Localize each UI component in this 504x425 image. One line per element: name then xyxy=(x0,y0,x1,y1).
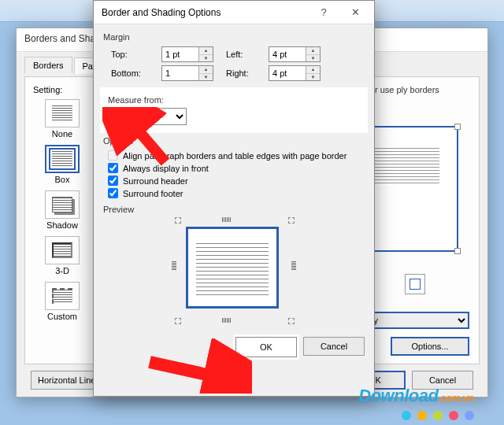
front-dialog-title: Border and Shading Options xyxy=(102,7,220,18)
left-input[interactable] xyxy=(269,47,306,61)
dot-icon xyxy=(402,411,411,420)
cancel-button[interactable]: Cancel xyxy=(303,337,365,356)
measure-from-block: Measure from: Text xyxy=(102,89,366,131)
bottom-input[interactable] xyxy=(162,66,198,80)
front-preview xyxy=(175,219,293,321)
setting-shadow-icon xyxy=(45,190,80,219)
top-label: Top: xyxy=(111,50,155,59)
watermark-brand: Download xyxy=(358,386,438,405)
preview-frame xyxy=(186,227,279,309)
down-arrow-icon[interactable]: ▼ xyxy=(306,55,320,62)
options-checkboxes: Align paragraph borders and table edges … xyxy=(108,150,365,198)
down-arrow-icon[interactable]: ▼ xyxy=(306,74,320,81)
options-group-label: Options xyxy=(103,136,365,146)
setting-3d-label: 3-D xyxy=(55,266,69,275)
dot-icon xyxy=(449,411,458,420)
top-spinner[interactable]: ▲▼ xyxy=(161,46,213,62)
surround-footer-label: Surround footer xyxy=(123,189,183,198)
dot-icon xyxy=(465,411,474,420)
up-arrow-icon[interactable]: ▲ xyxy=(199,66,213,74)
setting-none[interactable]: None xyxy=(33,99,91,139)
watermark-logo: Download.com.vn xyxy=(358,386,474,406)
apply-to-select[interactable]: nly xyxy=(362,312,469,329)
bottom-spinner[interactable]: ▲▼ xyxy=(161,65,213,81)
down-arrow-icon[interactable]: ▼ xyxy=(199,74,213,81)
right-input[interactable] xyxy=(269,66,306,80)
front-titlebar: Border and Shading Options ? ✕ xyxy=(94,1,374,24)
margin-fields: Top: ▲▼ Left: ▲▼ Bottom: ▲▼ Right: ▲▼ xyxy=(111,46,365,81)
options-button[interactable]: Options... xyxy=(391,337,469,356)
setting-custom-icon xyxy=(45,282,80,310)
help-button[interactable]: ? xyxy=(308,2,339,23)
up-arrow-icon[interactable]: ▲ xyxy=(306,47,320,55)
setting-none-label: None xyxy=(52,129,72,139)
preview-label: Preview xyxy=(103,205,365,214)
setting-3d[interactable]: 3-D xyxy=(33,236,91,275)
measure-from-select[interactable]: Text xyxy=(108,108,187,125)
watermark-dots xyxy=(402,411,474,420)
up-arrow-icon[interactable]: ▲ xyxy=(199,47,213,55)
setting-custom[interactable]: Custom xyxy=(33,282,91,321)
left-label: Left: xyxy=(226,50,262,59)
down-arrow-icon[interactable]: ▼ xyxy=(199,55,213,62)
setting-custom-label: Custom xyxy=(47,312,77,321)
right-spinner[interactable]: ▲▼ xyxy=(269,65,321,81)
dot-icon xyxy=(417,411,427,420)
top-input[interactable] xyxy=(162,47,198,61)
setting-box-label: Box xyxy=(55,175,70,184)
apply-to-row: nly xyxy=(362,312,469,329)
border-shading-options-dialog: Border and Shading Options ? ✕ Margin To… xyxy=(93,0,375,397)
left-spinner[interactable]: ▲▼ xyxy=(269,46,321,62)
align-checkbox[interactable] xyxy=(108,150,118,161)
surround-header-label: Surround header xyxy=(123,176,188,186)
bottom-label: Bottom: xyxy=(111,68,155,78)
measure-from-label: Measure from: xyxy=(108,95,360,105)
align-label: Align paragraph borders and table edges … xyxy=(123,151,346,161)
display-front-label: Always display in front xyxy=(123,164,209,173)
front-button-row: OK Cancel xyxy=(94,327,374,357)
setting-3d-icon xyxy=(45,236,80,264)
setting-box-icon xyxy=(45,145,80,173)
surround-footer-checkbox[interactable] xyxy=(108,188,118,198)
setting-box[interactable]: Box xyxy=(33,145,91,184)
setting-shadow-label: Shadow xyxy=(46,220,78,230)
right-label: Right: xyxy=(226,68,262,78)
setting-column: Setting: None Box Shadow 3-D xyxy=(33,85,91,356)
close-button[interactable]: ✕ xyxy=(339,2,371,23)
up-arrow-icon[interactable]: ▲ xyxy=(306,66,320,74)
surround-header-checkbox[interactable] xyxy=(108,176,118,186)
setting-header: Setting: xyxy=(33,85,91,94)
display-front-checkbox[interactable] xyxy=(108,163,118,173)
margin-group-label: Margin xyxy=(103,32,365,42)
setting-none-icon xyxy=(45,99,80,128)
border-toggle-icon[interactable] xyxy=(405,274,425,294)
ok-button[interactable]: OK xyxy=(235,337,297,357)
setting-shadow[interactable]: Shadow xyxy=(33,190,91,230)
tab-borders[interactable]: Borders xyxy=(24,57,72,73)
dot-icon xyxy=(433,411,443,420)
watermark-tld: .com.vn xyxy=(438,392,474,404)
